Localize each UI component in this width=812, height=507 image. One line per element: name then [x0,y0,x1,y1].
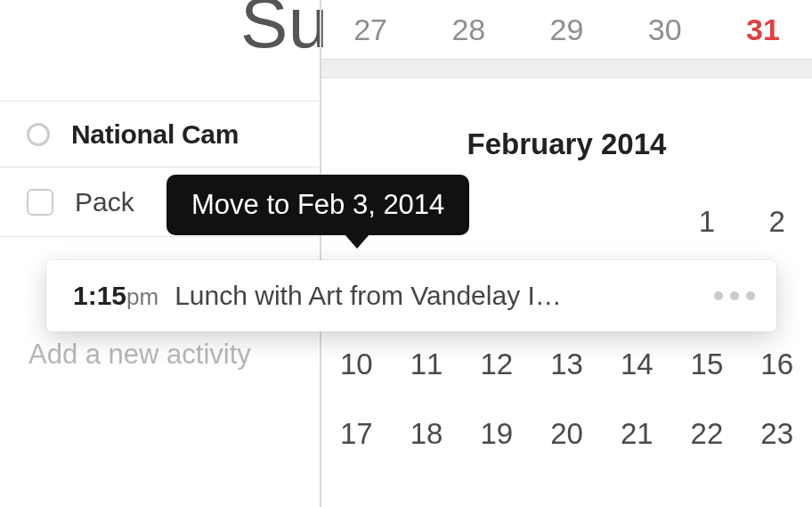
calendar-day[interactable]: 21 [602,405,672,460]
calendar-week-row: 17 18 19 20 21 22 23 [321,405,812,460]
calendar-divider [321,59,812,78]
calendar-month-label: February 2014 [321,127,812,161]
calendar-day[interactable]: 30 [616,0,714,56]
calendar-day[interactable]: 23 [742,405,812,460]
dragged-event-card[interactable]: 1:15pm Lunch with Art from Vandelay I… [46,260,776,331]
calendar-day[interactable]: 22 [672,405,743,460]
calendar-day[interactable]: 17 [321,405,392,460]
calendar-day[interactable]: 19 [461,405,532,460]
task-checkbox[interactable] [27,189,53,216]
calendar-day[interactable]: 12 [461,335,532,390]
calendar-day[interactable]: 11 [392,335,462,390]
calendar-day[interactable]: 29 [517,0,615,56]
activity-pane: Su National Cam Pack Add a new activity [0,0,321,507]
calendar-day[interactable]: 1 [672,192,743,248]
event-time-suffix: pm [126,283,158,310]
calendar-day[interactable]: 27 [321,0,419,56]
activity-heading-row[interactable]: National Cam [0,101,321,168]
event-time-value: 1:15 [73,281,126,310]
event-title: Lunch with Art from Vandelay I… [175,281,700,311]
drop-target-tooltip: Move to Feb 3, 2014 [166,175,469,235]
calendar-week-row: 10 11 12 13 14 15 16 [321,335,812,390]
calendar-day[interactable]: 13 [532,335,602,390]
calendar-day[interactable]: 15 [672,335,743,390]
calendar-day[interactable]: 20 [532,405,602,460]
calendar-day[interactable]: 14 [602,335,672,390]
more-icon[interactable] [714,291,755,300]
activity-heading-label: National Cam [71,119,239,150]
calendar-prev-month-trailing: 27 28 29 30 31 [321,0,812,56]
event-time: 1:15pm [73,281,158,311]
mini-calendar: 27 28 29 30 31 February 2014 1 2 10 11 1… [320,0,812,507]
add-activity-input[interactable]: Add a new activity [28,339,251,371]
task-label: Pack [75,187,134,217]
status-indicator-icon [27,123,50,146]
calendar-day-today[interactable]: 31 [714,0,812,56]
calendar-day[interactable]: 2 [742,192,812,248]
calendar-day[interactable]: 16 [742,335,812,390]
page-title: Su [240,0,329,64]
calendar-day[interactable]: 18 [392,405,462,460]
calendar-day[interactable]: 10 [321,335,392,390]
calendar-day[interactable]: 28 [419,0,517,56]
